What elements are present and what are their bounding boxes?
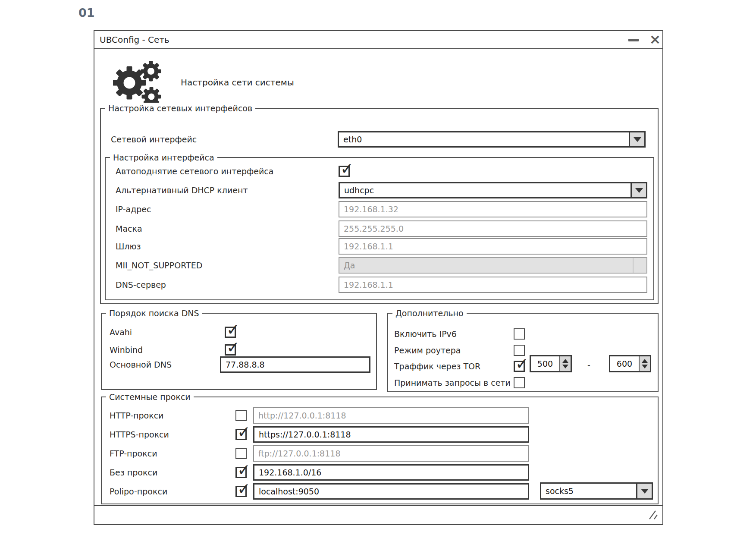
primary-dns-field[interactable]: 77.88.8.8 <box>220 356 370 373</box>
netmask-field[interactable]: 255.255.255.0 <box>339 220 647 237</box>
https-proxy-checkbox[interactable] <box>235 429 247 440</box>
spinner-up-button[interactable] <box>562 359 568 363</box>
interface-select-value: eth0 <box>339 132 629 146</box>
autoraise-checkbox[interactable] <box>339 166 350 177</box>
tor-port-from-value: 500 <box>531 356 559 371</box>
mii-not-supported-field: Да <box>339 257 647 274</box>
netmask-label: Маска <box>116 223 142 234</box>
group-additional-title: Дополнительно <box>392 308 467 319</box>
avahi-label: Avahi <box>110 327 132 338</box>
interface-label: Сетевой интерфейс <box>111 134 197 145</box>
no-proxy-label: Без прокси <box>110 467 157 478</box>
group-dns-search-order: Порядок поиска DNS Avahi Winbind Основно… <box>101 313 377 390</box>
minimize-button[interactable] <box>628 35 640 45</box>
dhcp-client-dropdown-button[interactable] <box>631 183 646 197</box>
https-proxy-field[interactable]: https://127.0.0.1:8118 <box>253 426 529 443</box>
primary-dns-label: Основной DNS <box>110 359 172 370</box>
tor-port-to-spinner[interactable]: 600 <box>609 355 651 372</box>
gateway-field[interactable]: 192.168.1.1 <box>339 238 647 255</box>
ipv6-checkbox[interactable] <box>514 328 525 340</box>
autoraise-label: Автоподнятие сетевого интерфейса <box>116 166 273 177</box>
group-network-interfaces: Настройка сетевых интерфейсов Сетевой ин… <box>100 108 659 304</box>
ipv6-label: Включить IPv6 <box>394 328 457 340</box>
dialog-heading: Настройка сети системы <box>181 77 294 88</box>
tor-traffic-label: Траффик через TOR <box>394 361 480 372</box>
minimize-icon <box>628 39 639 41</box>
spinner-down-button[interactable] <box>642 365 648 368</box>
winbind-label: Winbind <box>110 344 143 356</box>
ftp-proxy-label: FTP-прокси <box>110 448 157 459</box>
mii-not-supported-label: MII_NOT_SUPPORTED <box>116 260 202 271</box>
dhcp-client-select-value: udhcpc <box>340 183 631 197</box>
no-proxy-field[interactable]: 192.168.1.0/16 <box>253 464 529 481</box>
no-proxy-checkbox[interactable] <box>235 467 247 478</box>
window-title: UBConfig - Сеть <box>100 35 169 45</box>
avahi-checkbox[interactable] <box>225 327 236 338</box>
group-network-interfaces-title: Настройка сетевых интерфейсов <box>105 103 255 114</box>
spinner-up-button[interactable] <box>642 359 648 363</box>
page-number-label: 01 <box>78 6 95 19</box>
tor-traffic-checkbox[interactable] <box>514 361 525 372</box>
router-mode-label: Режим роутера <box>394 345 461 356</box>
spinner-down-button[interactable] <box>562 365 568 368</box>
resize-grip[interactable] <box>647 510 658 520</box>
ftp-proxy-field[interactable]: ftp://127.0.0.1:8118 <box>253 445 529 462</box>
group-system-proxies-title: Системные прокси <box>106 391 194 403</box>
http-proxy-field[interactable]: http://127.0.0.1:8118 <box>253 407 529 424</box>
group-dns-search-order-title: Порядок поиска DNS <box>106 308 202 319</box>
group-interface-settings-title: Настройка интерфейса <box>110 152 217 163</box>
gears-icon <box>113 60 161 107</box>
polipo-protocol-value: socks5 <box>541 484 636 498</box>
chevron-down-icon <box>641 489 649 494</box>
close-button[interactable]: × <box>648 31 662 48</box>
https-proxy-label: HTTPS-прокси <box>110 429 169 440</box>
winbind-checkbox[interactable] <box>225 344 236 356</box>
http-proxy-label: HTTP-прокси <box>110 410 163 421</box>
ftp-proxy-checkbox[interactable] <box>235 448 247 459</box>
chevron-down-icon <box>634 137 641 142</box>
polipo-protocol-select[interactable]: socks5 <box>540 482 653 500</box>
polipo-protocol-dropdown-button[interactable] <box>636 484 652 498</box>
interface-select-dropdown-button[interactable] <box>629 132 644 146</box>
tor-port-to-spin-buttons <box>639 356 650 371</box>
status-bar <box>94 505 662 524</box>
http-proxy-checkbox[interactable] <box>235 410 247 421</box>
polipo-proxy-field[interactable]: localhost:9050 <box>253 483 529 500</box>
ubconfig-window: UBConfig - Сеть × <box>94 30 663 525</box>
polipo-proxy-checkbox[interactable] <box>235 486 247 497</box>
chevron-down-icon <box>635 188 643 193</box>
accept-network-requests-checkbox[interactable] <box>514 377 525 388</box>
accept-network-requests-label: Принимать запросы в сети <box>394 377 511 388</box>
port-range-separator: - <box>587 359 590 371</box>
dns-server-field[interactable]: 192.168.1.1 <box>339 277 647 293</box>
page-canvas: 01 UBConfig - Сеть × <box>0 0 756 535</box>
group-interface-settings: Настройка интерфейса Автоподнятие сетево… <box>105 157 654 300</box>
interface-select[interactable]: eth0 <box>338 131 646 148</box>
window-titlebar[interactable]: UBConfig - Сеть × <box>94 31 662 49</box>
polipo-proxy-label: Polipo-прокси <box>110 486 167 497</box>
tor-port-from-spin-buttons <box>559 356 571 371</box>
group-system-proxies: Системные прокси HTTP-прокси http://127.… <box>101 397 659 504</box>
tor-port-from-spinner[interactable]: 500 <box>530 355 572 372</box>
dhcp-client-label: Альтернативный DHCP клиент <box>116 185 248 196</box>
gateway-label: Шлюз <box>116 241 141 252</box>
group-additional: Дополнительно Включить IPv6 Режим роутер… <box>387 313 659 392</box>
dhcp-client-select[interactable]: udhcpc <box>339 182 647 198</box>
ip-address-label: IP-адрес <box>116 204 151 215</box>
tor-port-to-value: 600 <box>610 356 639 371</box>
ip-address-field[interactable]: 192.168.1.32 <box>339 201 647 217</box>
dns-server-label: DNS-сервер <box>116 279 166 290</box>
